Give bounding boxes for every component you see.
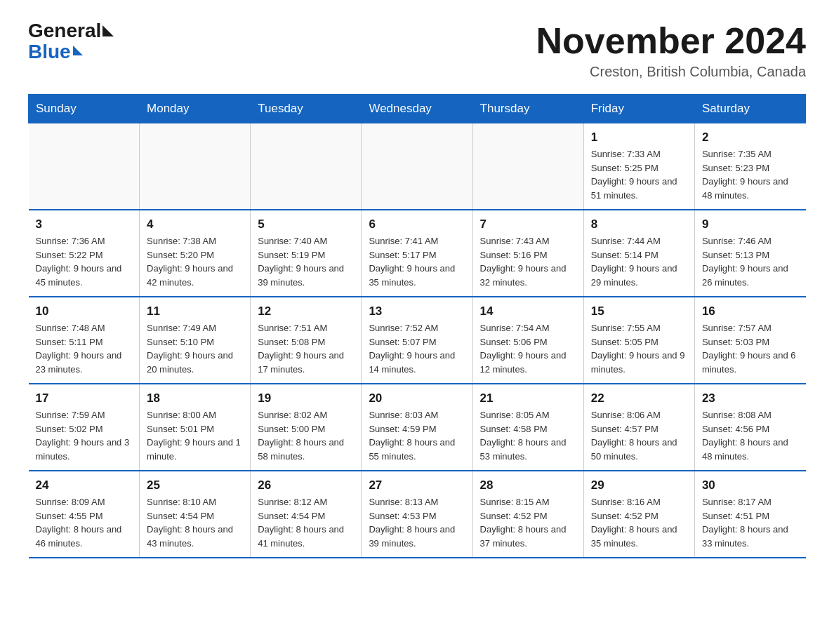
table-row: 1Sunrise: 7:33 AM Sunset: 5:25 PM Daylig… (583, 123, 694, 210)
logo: General Blue (28, 21, 114, 63)
table-row: 14Sunrise: 7:54 AM Sunset: 5:06 PM Dayli… (472, 297, 583, 384)
day-info: Sunrise: 8:10 AM Sunset: 4:54 PM Dayligh… (147, 495, 243, 550)
day-number: 2 (702, 130, 799, 145)
table-row: 28Sunrise: 8:15 AM Sunset: 4:52 PM Dayli… (472, 471, 583, 558)
day-info: Sunrise: 7:48 AM Sunset: 5:11 PM Dayligh… (36, 321, 133, 376)
day-info: Sunrise: 7:33 AM Sunset: 5:25 PM Dayligh… (591, 147, 687, 202)
table-row: 24Sunrise: 8:09 AM Sunset: 4:55 PM Dayli… (29, 471, 140, 558)
day-number: 22 (591, 391, 687, 405)
table-row (29, 123, 140, 210)
day-info: Sunrise: 7:52 AM Sunset: 5:07 PM Dayligh… (369, 321, 465, 376)
calendar-week-row: 1Sunrise: 7:33 AM Sunset: 5:25 PM Daylig… (29, 123, 806, 210)
day-info: Sunrise: 8:15 AM Sunset: 4:52 PM Dayligh… (480, 495, 576, 550)
table-row: 25Sunrise: 8:10 AM Sunset: 4:54 PM Dayli… (140, 471, 251, 558)
table-row: 20Sunrise: 8:03 AM Sunset: 4:59 PM Dayli… (362, 384, 472, 471)
col-thursday: Thursday (472, 95, 583, 123)
table-row: 4Sunrise: 7:38 AM Sunset: 5:20 PM Daylig… (140, 210, 251, 297)
table-row: 11Sunrise: 7:49 AM Sunset: 5:10 PM Dayli… (140, 297, 251, 384)
day-number: 18 (147, 391, 243, 405)
day-info: Sunrise: 8:05 AM Sunset: 4:58 PM Dayligh… (480, 408, 576, 463)
table-row (251, 123, 362, 210)
day-number: 4 (147, 217, 243, 232)
table-row: 30Sunrise: 8:17 AM Sunset: 4:51 PM Dayli… (694, 471, 805, 558)
table-row: 27Sunrise: 8:13 AM Sunset: 4:53 PM Dayli… (362, 471, 472, 558)
table-row: 22Sunrise: 8:06 AM Sunset: 4:57 PM Dayli… (583, 384, 694, 471)
day-info: Sunrise: 7:44 AM Sunset: 5:14 PM Dayligh… (591, 234, 687, 289)
calendar-week-row: 17Sunrise: 7:59 AM Sunset: 5:02 PM Dayli… (29, 384, 806, 471)
day-number: 12 (258, 304, 354, 318)
day-info: Sunrise: 7:49 AM Sunset: 5:10 PM Dayligh… (147, 321, 243, 376)
calendar-table: Sunday Monday Tuesday Wednesday Thursday… (28, 94, 806, 558)
day-number: 25 (147, 478, 243, 492)
location-text: Creston, British Columbia, Canada (536, 64, 806, 80)
table-row: 7Sunrise: 7:43 AM Sunset: 5:16 PM Daylig… (472, 210, 583, 297)
col-friday: Friday (583, 95, 694, 123)
day-info: Sunrise: 8:12 AM Sunset: 4:54 PM Dayligh… (258, 495, 354, 550)
table-row: 5Sunrise: 7:40 AM Sunset: 5:19 PM Daylig… (251, 210, 362, 297)
table-row: 16Sunrise: 7:57 AM Sunset: 5:03 PM Dayli… (694, 297, 805, 384)
day-info: Sunrise: 8:00 AM Sunset: 5:01 PM Dayligh… (147, 408, 243, 463)
day-number: 21 (480, 391, 576, 405)
day-info: Sunrise: 8:17 AM Sunset: 4:51 PM Dayligh… (702, 495, 799, 550)
day-number: 24 (36, 478, 133, 492)
day-number: 3 (36, 217, 133, 232)
day-info: Sunrise: 8:13 AM Sunset: 4:53 PM Dayligh… (369, 495, 465, 550)
day-info: Sunrise: 7:36 AM Sunset: 5:22 PM Dayligh… (36, 234, 133, 289)
day-number: 9 (702, 217, 799, 232)
table-row: 3Sunrise: 7:36 AM Sunset: 5:22 PM Daylig… (29, 210, 140, 297)
table-row: 8Sunrise: 7:44 AM Sunset: 5:14 PM Daylig… (583, 210, 694, 297)
table-row: 10Sunrise: 7:48 AM Sunset: 5:11 PM Dayli… (29, 297, 140, 384)
table-row: 17Sunrise: 7:59 AM Sunset: 5:02 PM Dayli… (29, 384, 140, 471)
day-info: Sunrise: 7:35 AM Sunset: 5:23 PM Dayligh… (702, 147, 799, 202)
day-number: 16 (702, 304, 799, 318)
day-info: Sunrise: 7:41 AM Sunset: 5:17 PM Dayligh… (369, 234, 465, 289)
day-info: Sunrise: 7:51 AM Sunset: 5:08 PM Dayligh… (258, 321, 354, 376)
day-number: 11 (147, 304, 243, 318)
day-number: 10 (36, 304, 133, 318)
table-row: 2Sunrise: 7:35 AM Sunset: 5:23 PM Daylig… (694, 123, 805, 210)
day-number: 13 (369, 304, 465, 318)
day-info: Sunrise: 8:06 AM Sunset: 4:57 PM Dayligh… (591, 408, 687, 463)
calendar-week-row: 3Sunrise: 7:36 AM Sunset: 5:22 PM Daylig… (29, 210, 806, 297)
day-number: 19 (258, 391, 354, 405)
day-number: 28 (480, 478, 576, 492)
table-row: 13Sunrise: 7:52 AM Sunset: 5:07 PM Dayli… (362, 297, 472, 384)
day-number: 14 (480, 304, 576, 318)
day-number: 27 (369, 478, 465, 492)
table-row (140, 123, 251, 210)
page-header: General Blue November 2024 Creston, Brit… (28, 21, 806, 80)
calendar-header-row: Sunday Monday Tuesday Wednesday Thursday… (29, 95, 806, 123)
day-info: Sunrise: 7:57 AM Sunset: 5:03 PM Dayligh… (702, 321, 799, 376)
day-info: Sunrise: 8:03 AM Sunset: 4:59 PM Dayligh… (369, 408, 465, 463)
day-info: Sunrise: 8:02 AM Sunset: 5:00 PM Dayligh… (258, 408, 354, 463)
table-row: 12Sunrise: 7:51 AM Sunset: 5:08 PM Dayli… (251, 297, 362, 384)
table-row: 6Sunrise: 7:41 AM Sunset: 5:17 PM Daylig… (362, 210, 472, 297)
day-number: 20 (369, 391, 465, 405)
day-number: 6 (369, 217, 465, 232)
calendar-week-row: 10Sunrise: 7:48 AM Sunset: 5:11 PM Dayli… (29, 297, 806, 384)
table-row: 29Sunrise: 8:16 AM Sunset: 4:52 PM Dayli… (583, 471, 694, 558)
logo-general-text: General (28, 21, 114, 41)
table-row: 26Sunrise: 8:12 AM Sunset: 4:54 PM Dayli… (251, 471, 362, 558)
table-row: 9Sunrise: 7:46 AM Sunset: 5:13 PM Daylig… (694, 210, 805, 297)
day-info: Sunrise: 7:40 AM Sunset: 5:19 PM Dayligh… (258, 234, 354, 289)
table-row: 21Sunrise: 8:05 AM Sunset: 4:58 PM Dayli… (472, 384, 583, 471)
day-info: Sunrise: 8:16 AM Sunset: 4:52 PM Dayligh… (591, 495, 687, 550)
table-row: 23Sunrise: 8:08 AM Sunset: 4:56 PM Dayli… (694, 384, 805, 471)
day-info: Sunrise: 8:08 AM Sunset: 4:56 PM Dayligh… (702, 408, 799, 463)
col-sunday: Sunday (29, 95, 140, 123)
calendar-week-row: 24Sunrise: 8:09 AM Sunset: 4:55 PM Dayli… (29, 471, 806, 558)
day-number: 29 (591, 478, 687, 492)
table-row (472, 123, 583, 210)
table-row: 18Sunrise: 8:00 AM Sunset: 5:01 PM Dayli… (140, 384, 251, 471)
col-saturday: Saturday (694, 95, 805, 123)
table-row (362, 123, 472, 210)
col-monday: Monday (140, 95, 251, 123)
day-number: 17 (36, 391, 133, 405)
day-number: 30 (702, 478, 799, 492)
col-wednesday: Wednesday (362, 95, 472, 123)
day-info: Sunrise: 8:09 AM Sunset: 4:55 PM Dayligh… (36, 495, 133, 550)
title-section: November 2024 Creston, British Columbia,… (536, 21, 806, 80)
logo-triangle-icon (73, 46, 83, 55)
day-number: 1 (591, 130, 687, 145)
